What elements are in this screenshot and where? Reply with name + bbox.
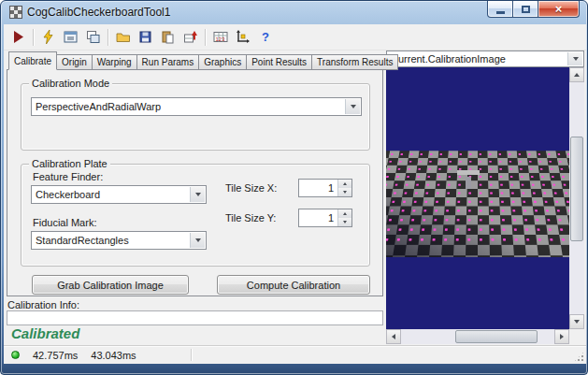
- tile-size-x-label: Tile Size X:: [225, 182, 277, 194]
- checkerboard-calibration-image: [386, 151, 569, 257]
- status-bar: 42.757ms 43.043ms: [4, 345, 586, 364]
- scroll-up-button[interactable]: [569, 67, 584, 82]
- tab-origin[interactable]: Origin: [56, 54, 93, 70]
- paste-button[interactable]: [157, 27, 179, 48]
- import-button[interactable]: [179, 27, 201, 48]
- tile-size-y-label: Tile Size Y:: [225, 212, 276, 224]
- results-table-icon: 123: [213, 30, 228, 44]
- tile-size-x-value: 1: [328, 182, 334, 194]
- run-button[interactable]: [7, 27, 29, 48]
- dropdown-arrow-icon[interactable]: [345, 99, 360, 114]
- calibration-mode-value: PerspectiveAndRadialWarp: [36, 101, 161, 112]
- total-time: 43.043ms: [91, 350, 136, 361]
- fiducial-mark-value: StandardRectangles: [36, 235, 129, 246]
- tile-size-y-down-button[interactable]: [337, 218, 351, 226]
- svg-text:?: ?: [262, 30, 269, 44]
- paste-icon: [161, 30, 175, 44]
- app-icon: [9, 6, 22, 19]
- vertical-scroll-thumb[interactable]: [570, 137, 583, 241]
- tile-size-y-spinner[interactable]: 1: [298, 209, 352, 227]
- electric-run-icon: [41, 30, 55, 44]
- tab-graphics[interactable]: Graphics: [198, 54, 247, 70]
- scroll-right-button[interactable]: [554, 329, 569, 344]
- save-icon: [138, 30, 152, 44]
- fiducial-mark-combo[interactable]: StandardRectangles: [31, 231, 207, 250]
- dropdown-arrow-icon[interactable]: [190, 187, 205, 202]
- toolbar-separator: [33, 29, 34, 46]
- toolbar-separator: [108, 29, 108, 46]
- image-display-icon: [64, 30, 78, 44]
- toolbar-separator: [205, 29, 206, 46]
- results-table-button[interactable]: 123: [209, 27, 231, 48]
- tab-strip: Calibrate Origin Warping Run Params Grap…: [8, 51, 397, 70]
- position-icon: [236, 30, 250, 44]
- dropdown-arrow-icon[interactable]: [567, 52, 582, 65]
- tab-point-results[interactable]: Point Results: [246, 54, 312, 70]
- feature-finder-value: Checkerboard: [36, 189, 100, 200]
- import-icon: [183, 30, 197, 44]
- maximize-icon: [522, 6, 530, 13]
- open-button[interactable]: [112, 27, 134, 48]
- feature-finder-combo[interactable]: Checkerboard: [31, 185, 207, 204]
- tile-size-y-up-button[interactable]: [337, 209, 351, 218]
- tab-transform-results[interactable]: Transform Results: [311, 54, 398, 70]
- calibration-info-label: Calibration Info:: [7, 299, 79, 310]
- tab-run-params[interactable]: Run Params: [136, 54, 200, 70]
- scroll-left-button[interactable]: [386, 329, 401, 344]
- image-display-button[interactable]: [60, 27, 81, 48]
- position-button[interactable]: [232, 27, 253, 48]
- horizontal-scrollbar[interactable]: [386, 329, 569, 344]
- maximize-button[interactable]: [512, 1, 538, 18]
- calibration-plate-group-label: Calibration Plate: [29, 158, 110, 169]
- float-window-button[interactable]: [82, 27, 104, 48]
- horizontal-scroll-thumb[interactable]: [455, 330, 538, 343]
- minimize-button[interactable]: [487, 1, 513, 18]
- scrollbar-corner: [569, 329, 584, 344]
- run-time: 42.757ms: [33, 350, 78, 361]
- compute-calibration-button[interactable]: Compute Calibration: [217, 275, 370, 295]
- calibration-plate-group: Calibration Plate Feature Finder: Checke…: [21, 164, 370, 267]
- tile-size-x-down-button[interactable]: [337, 188, 351, 196]
- dropdown-arrow-icon[interactable]: [190, 233, 205, 248]
- client-area: 123 ? Calibrate Origin Warping Run Param…: [4, 24, 586, 364]
- run-icon: [11, 30, 25, 44]
- caption-buttons: ×: [488, 1, 580, 18]
- fiducial-mark-graphic: [466, 177, 471, 189]
- toolbar: 123 ?: [4, 24, 586, 50]
- window: CogCalibCheckerboardTool1 ×: [0, 0, 588, 375]
- window-title: CogCalibCheckerboardTool1: [27, 6, 170, 19]
- tile-size-x-spinner[interactable]: 1: [298, 179, 352, 197]
- svg-text:123: 123: [215, 36, 225, 42]
- tile-size-y-value: 1: [328, 212, 334, 224]
- status-separator: [191, 349, 192, 361]
- resize-grip[interactable]: [573, 351, 585, 363]
- electric-run-button[interactable]: [37, 27, 59, 48]
- close-button[interactable]: ×: [538, 1, 580, 18]
- calibration-mode-group-label: Calibration Mode: [29, 78, 112, 89]
- image-selector-combo[interactable]: Current.CalibrationImage: [386, 50, 584, 67]
- fiducial-mark-graphic: [457, 170, 480, 175]
- tab-warping[interactable]: Warping: [92, 54, 137, 70]
- calibration-info-field[interactable]: [7, 310, 383, 325]
- open-icon: [116, 30, 131, 44]
- save-button[interactable]: [135, 27, 156, 48]
- minimize-icon: [496, 11, 505, 14]
- calibration-mode-group: Calibration Mode PerspectiveAndRadialWar…: [21, 83, 370, 151]
- tab-calibrate[interactable]: Calibrate: [8, 51, 57, 70]
- float-window-icon: [86, 30, 100, 44]
- help-button[interactable]: ?: [254, 27, 276, 48]
- image-selector-value: Current.CalibrationImage: [391, 53, 506, 65]
- vertical-scrollbar[interactable]: [569, 67, 584, 329]
- scroll-down-button[interactable]: [569, 314, 584, 329]
- feature-finder-label: Feature Finder:: [33, 171, 103, 182]
- calibration-status-text: Calibrated: [11, 325, 79, 341]
- status-led-icon: [11, 351, 20, 359]
- image-display-viewport[interactable]: [386, 67, 569, 329]
- tile-size-x-up-button[interactable]: [337, 180, 351, 188]
- grab-calibration-image-button[interactable]: Grab Calibration Image: [32, 275, 189, 295]
- fiducial-mark-label: Fiducial Mark:: [33, 217, 96, 228]
- calibrate-tab-page: Calibration Mode PerspectiveAndRadialWar…: [7, 69, 383, 296]
- help-icon: ?: [258, 30, 272, 44]
- close-icon: ×: [555, 2, 563, 16]
- calibration-mode-combo[interactable]: PerspectiveAndRadialWarp: [31, 97, 362, 116]
